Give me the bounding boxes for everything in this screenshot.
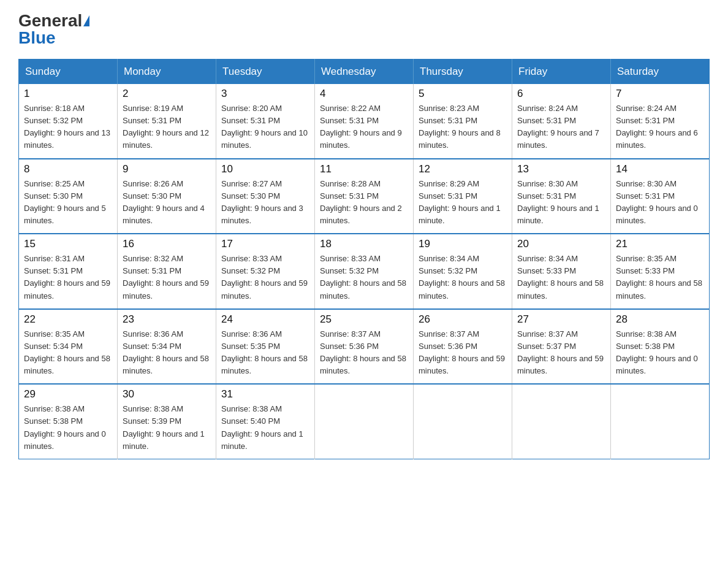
calendar-cell — [512, 384, 611, 459]
calendar-cell: 8Sunrise: 8:25 AMSunset: 5:30 PMDaylight… — [19, 159, 118, 234]
day-number: 18 — [320, 238, 408, 250]
day-info: Sunrise: 8:24 AMSunset: 5:31 PMDaylight:… — [517, 102, 605, 152]
day-number: 1 — [24, 88, 112, 100]
calendar-cell: 30Sunrise: 8:38 AMSunset: 5:39 PMDayligh… — [118, 384, 216, 459]
day-info: Sunrise: 8:30 AMSunset: 5:31 PMDaylight:… — [517, 178, 605, 228]
day-number: 20 — [517, 238, 605, 250]
calendar-week-row: 8Sunrise: 8:25 AMSunset: 5:30 PMDaylight… — [19, 159, 710, 234]
day-info: Sunrise: 8:38 AMSunset: 5:38 PMDaylight:… — [616, 328, 704, 378]
day-info: Sunrise: 8:35 AMSunset: 5:34 PMDaylight:… — [24, 328, 112, 378]
day-number: 21 — [616, 238, 704, 250]
day-number: 23 — [123, 313, 211, 326]
day-number: 31 — [221, 388, 309, 400]
day-info: Sunrise: 8:19 AMSunset: 5:31 PMDaylight:… — [123, 102, 211, 152]
day-number: 13 — [517, 163, 605, 175]
logo: General Blue — [18, 12, 89, 47]
day-number: 17 — [221, 238, 309, 250]
column-header-wednesday: Wednesday — [315, 59, 414, 85]
day-number: 2 — [123, 88, 211, 100]
day-info: Sunrise: 8:25 AMSunset: 5:30 PMDaylight:… — [24, 178, 112, 228]
day-number: 30 — [123, 388, 211, 400]
calendar-cell: 29Sunrise: 8:38 AMSunset: 5:38 PMDayligh… — [19, 384, 118, 459]
column-header-tuesday: Tuesday — [216, 59, 315, 85]
day-info: Sunrise: 8:34 AMSunset: 5:32 PMDaylight:… — [419, 253, 507, 302]
calendar-week-row: 15Sunrise: 8:31 AMSunset: 5:31 PMDayligh… — [19, 234, 710, 309]
day-info: Sunrise: 8:37 AMSunset: 5:36 PMDaylight:… — [419, 328, 507, 378]
calendar-cell — [414, 384, 512, 459]
day-info: Sunrise: 8:34 AMSunset: 5:33 PMDaylight:… — [517, 253, 605, 302]
day-number: 10 — [221, 163, 309, 175]
column-header-friday: Friday — [512, 59, 611, 85]
calendar-cell: 18Sunrise: 8:33 AMSunset: 5:32 PMDayligh… — [315, 234, 414, 309]
day-number: 16 — [123, 238, 211, 250]
day-number: 26 — [419, 313, 507, 326]
calendar-week-row: 29Sunrise: 8:38 AMSunset: 5:38 PMDayligh… — [19, 384, 710, 459]
calendar-cell: 1Sunrise: 8:18 AMSunset: 5:32 PMDaylight… — [19, 84, 118, 159]
logo-general-text: General — [18, 12, 82, 29]
column-header-thursday: Thursday — [414, 59, 512, 85]
calendar-cell: 23Sunrise: 8:36 AMSunset: 5:34 PMDayligh… — [118, 309, 216, 385]
day-info: Sunrise: 8:37 AMSunset: 5:36 PMDaylight:… — [320, 328, 408, 378]
calendar-week-row: 1Sunrise: 8:18 AMSunset: 5:32 PMDaylight… — [19, 84, 710, 159]
calendar-cell: 6Sunrise: 8:24 AMSunset: 5:31 PMDaylight… — [512, 84, 611, 159]
day-info: Sunrise: 8:27 AMSunset: 5:30 PMDaylight:… — [221, 178, 309, 228]
day-info: Sunrise: 8:29 AMSunset: 5:31 PMDaylight:… — [419, 178, 507, 228]
calendar-cell: 17Sunrise: 8:33 AMSunset: 5:32 PMDayligh… — [216, 234, 315, 309]
day-number: 28 — [616, 313, 704, 326]
day-number: 29 — [24, 388, 112, 400]
calendar-cell: 28Sunrise: 8:38 AMSunset: 5:38 PMDayligh… — [611, 309, 710, 385]
day-number: 25 — [320, 313, 408, 326]
calendar-cell: 14Sunrise: 8:30 AMSunset: 5:31 PMDayligh… — [611, 159, 710, 234]
calendar-cell: 20Sunrise: 8:34 AMSunset: 5:33 PMDayligh… — [512, 234, 611, 309]
day-info: Sunrise: 8:31 AMSunset: 5:31 PMDaylight:… — [24, 253, 112, 302]
calendar-cell: 27Sunrise: 8:37 AMSunset: 5:37 PMDayligh… — [512, 309, 611, 385]
day-number: 27 — [517, 313, 605, 326]
day-info: Sunrise: 8:28 AMSunset: 5:31 PMDaylight:… — [320, 178, 408, 228]
day-info: Sunrise: 8:20 AMSunset: 5:31 PMDaylight:… — [221, 102, 309, 152]
calendar-week-row: 22Sunrise: 8:35 AMSunset: 5:34 PMDayligh… — [19, 309, 710, 385]
day-info: Sunrise: 8:26 AMSunset: 5:30 PMDaylight:… — [123, 178, 211, 228]
calendar-cell: 19Sunrise: 8:34 AMSunset: 5:32 PMDayligh… — [414, 234, 512, 309]
day-info: Sunrise: 8:22 AMSunset: 5:31 PMDaylight:… — [320, 102, 408, 152]
day-info: Sunrise: 8:36 AMSunset: 5:35 PMDaylight:… — [221, 328, 309, 378]
calendar-cell: 16Sunrise: 8:32 AMSunset: 5:31 PMDayligh… — [118, 234, 216, 309]
day-number: 3 — [221, 88, 309, 100]
calendar-cell — [611, 384, 710, 459]
day-number: 4 — [320, 88, 408, 100]
day-info: Sunrise: 8:30 AMSunset: 5:31 PMDaylight:… — [616, 178, 704, 228]
day-number: 11 — [320, 163, 408, 175]
day-number: 7 — [616, 88, 704, 100]
calendar-cell: 26Sunrise: 8:37 AMSunset: 5:36 PMDayligh… — [414, 309, 512, 385]
calendar-cell: 10Sunrise: 8:27 AMSunset: 5:30 PMDayligh… — [216, 159, 315, 234]
day-number: 19 — [419, 238, 507, 250]
day-number: 22 — [24, 313, 112, 326]
day-info: Sunrise: 8:38 AMSunset: 5:39 PMDaylight:… — [123, 403, 211, 453]
calendar-cell: 31Sunrise: 8:38 AMSunset: 5:40 PMDayligh… — [216, 384, 315, 459]
column-header-sunday: Sunday — [19, 59, 118, 85]
day-number: 15 — [24, 238, 112, 250]
day-info: Sunrise: 8:33 AMSunset: 5:32 PMDaylight:… — [221, 253, 309, 302]
calendar-cell: 11Sunrise: 8:28 AMSunset: 5:31 PMDayligh… — [315, 159, 414, 234]
column-header-monday: Monday — [118, 59, 216, 85]
day-info: Sunrise: 8:18 AMSunset: 5:32 PMDaylight:… — [24, 102, 112, 152]
day-number: 8 — [24, 163, 112, 175]
day-info: Sunrise: 8:36 AMSunset: 5:34 PMDaylight:… — [123, 328, 211, 378]
day-number: 6 — [517, 88, 605, 100]
calendar-cell: 24Sunrise: 8:36 AMSunset: 5:35 PMDayligh… — [216, 309, 315, 385]
day-number: 9 — [123, 163, 211, 175]
day-info: Sunrise: 8:23 AMSunset: 5:31 PMDaylight:… — [419, 102, 507, 152]
day-info: Sunrise: 8:33 AMSunset: 5:32 PMDaylight:… — [320, 253, 408, 302]
day-info: Sunrise: 8:35 AMSunset: 5:33 PMDaylight:… — [616, 253, 704, 302]
calendar-cell: 9Sunrise: 8:26 AMSunset: 5:30 PMDaylight… — [118, 159, 216, 234]
day-info: Sunrise: 8:32 AMSunset: 5:31 PMDaylight:… — [123, 253, 211, 302]
logo-blue-text: Blue — [18, 29, 56, 47]
calendar-cell: 7Sunrise: 8:24 AMSunset: 5:31 PMDaylight… — [611, 84, 710, 159]
day-info: Sunrise: 8:38 AMSunset: 5:38 PMDaylight:… — [24, 403, 112, 453]
calendar-cell: 22Sunrise: 8:35 AMSunset: 5:34 PMDayligh… — [19, 309, 118, 385]
day-info: Sunrise: 8:37 AMSunset: 5:37 PMDaylight:… — [517, 328, 605, 378]
day-number: 24 — [221, 313, 309, 326]
logo-triangle-icon — [83, 15, 89, 26]
calendar-cell: 5Sunrise: 8:23 AMSunset: 5:31 PMDaylight… — [414, 84, 512, 159]
calendar-cell: 21Sunrise: 8:35 AMSunset: 5:33 PMDayligh… — [611, 234, 710, 309]
calendar-cell: 13Sunrise: 8:30 AMSunset: 5:31 PMDayligh… — [512, 159, 611, 234]
